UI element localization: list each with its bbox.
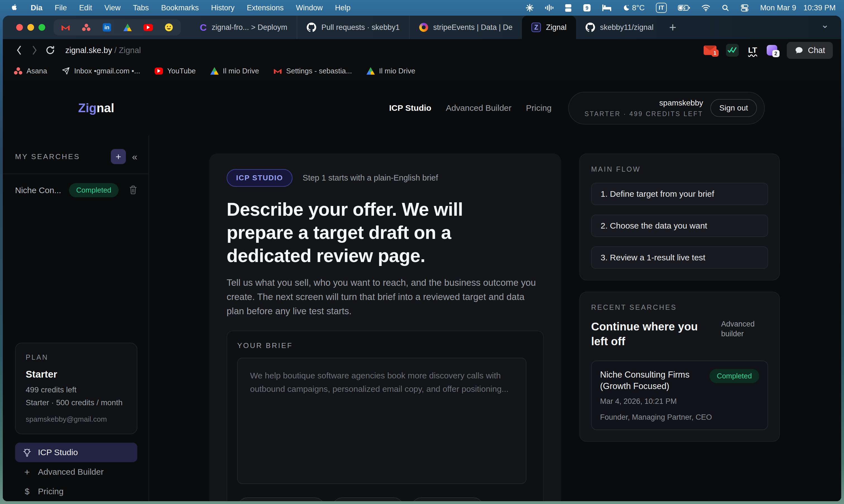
nav-icp-studio[interactable]: ICP Studio — [389, 103, 431, 113]
bookmark-asana[interactable]: Asana — [14, 67, 47, 75]
tab-overflow-chevron-icon[interactable] — [821, 22, 829, 33]
recent-item-name: Niche Consulting Firms (Growth Focused) — [600, 369, 704, 392]
bookmark-label: Il mio Drive — [379, 67, 415, 75]
your-brief-card: YOUR BRIEF Software agencies AI automati… — [227, 331, 544, 501]
youtube-icon — [155, 67, 163, 75]
back-button[interactable] — [11, 42, 27, 58]
delete-search-icon[interactable] — [129, 185, 137, 195]
sidebar: MY SEARCHES Niche Con... Completed PLAN … — [3, 136, 149, 501]
icp-studio-card: ICP STUDIO Step 1 starts with a plain-En… — [209, 154, 561, 501]
temperature-label: 8°C — [632, 4, 645, 12]
menu-edit[interactable]: Edit — [79, 4, 92, 12]
sidebar-nav: ICP Studio Advanced Builder Pricing — [15, 443, 137, 501]
menu-extensions[interactable]: Extensions — [247, 4, 284, 12]
menu-help[interactable]: Help — [335, 4, 351, 12]
menu-history[interactable]: History — [211, 4, 234, 12]
bed-app-icon[interactable] — [602, 4, 611, 12]
sidebar-item-advanced-builder[interactable]: Advanced Builder — [15, 462, 137, 482]
menubar-date[interactable]: Mon Mar 9 — [760, 4, 796, 12]
bookmark-drive-2[interactable]: Il mio Drive — [366, 67, 415, 75]
plan-credits-left: 499 credits left — [26, 385, 127, 394]
menubar-app-name[interactable]: Dia — [31, 4, 42, 12]
battery-icon[interactable] — [678, 4, 690, 11]
address-bar[interactable]: zignal.ske.by / Zignal — [65, 46, 141, 55]
pinned-tab-linkedin[interactable] — [102, 23, 112, 32]
new-search-button[interactable] — [111, 149, 126, 164]
new-tab-button[interactable] — [663, 18, 682, 37]
asana-icon — [14, 67, 22, 75]
brief-textarea[interactable] — [237, 358, 526, 484]
menu-bookmarks[interactable]: Bookmarks — [161, 4, 199, 12]
weather-status[interactable]: 8°C — [623, 4, 645, 12]
tab-label: zignal-fro... > Deploym — [212, 23, 287, 32]
menu-view[interactable]: View — [104, 4, 121, 12]
pinned-tab-youtube[interactable] — [143, 23, 153, 32]
nav-pricing[interactable]: Pricing — [526, 103, 552, 113]
bookmarks-bar: Asana Inbox •gmail.com •... YouTube Il m… — [3, 61, 841, 80]
recent-search-item[interactable]: Niche Consulting Firms (Growth Focused) … — [591, 361, 768, 430]
audio-waveform-icon[interactable] — [545, 4, 554, 12]
stage-manager-icon[interactable] — [564, 4, 572, 12]
sidebar-item-icp-studio[interactable]: ICP Studio — [15, 443, 137, 462]
zoom-window-button[interactable] — [38, 24, 45, 31]
chip-ai-automation[interactable]: AI automation — [332, 497, 404, 501]
pinned-tab-gmail[interactable] — [61, 23, 70, 32]
tab-pull-requests[interactable]: Pull requests · skebby1 — [297, 16, 409, 39]
browser-window: zignal-fro... > Deploym Pull requests · … — [3, 16, 841, 501]
menu-file[interactable]: File — [55, 4, 67, 12]
step-hint: Step 1 starts with a plain-English brief — [303, 173, 438, 182]
zignal-logo[interactable]: Zignal — [78, 101, 114, 115]
sidebar-item-label: ICP Studio — [38, 448, 78, 457]
extension-badge: 2 — [772, 50, 779, 57]
calendar-icon[interactable]: 9 — [583, 4, 591, 12]
apple-menu-icon[interactable] — [10, 2, 18, 14]
tab-stripe-events[interactable]: stripeEvents | Data | De — [409, 16, 522, 39]
bookmark-inbox[interactable]: Inbox •gmail.com •... — [62, 67, 140, 75]
bookmark-label: YouTube — [167, 67, 196, 75]
bookmark-youtube[interactable]: YouTube — [155, 67, 196, 75]
chip-software-agencies[interactable]: Software agencies — [237, 497, 325, 501]
tab-zignal-active[interactable]: Zignal — [522, 16, 576, 39]
sign-out-button[interactable]: Sign out — [710, 99, 757, 117]
github-icon — [307, 23, 316, 32]
sparkle-status-icon[interactable] — [525, 4, 534, 12]
bookmark-label: Asana — [26, 67, 47, 75]
forward-button[interactable] — [27, 42, 42, 58]
input-source-badge[interactable]: IT — [656, 3, 667, 13]
menu-window[interactable]: Window — [296, 4, 323, 12]
pinned-tab-drive[interactable] — [123, 23, 132, 32]
nav-advanced-builder[interactable]: Advanced Builder — [446, 103, 511, 113]
continue-title: Continue where you left off — [591, 319, 713, 349]
url-host: zignal.ske.by — [65, 46, 112, 55]
recent-item-roles: Founder, Managing Partner, CEO — [600, 413, 759, 422]
chip-consultancies[interactable]: Consultancies — [411, 497, 484, 501]
site-nav: ICP Studio Advanced Builder Pricing — [389, 103, 552, 113]
reload-button[interactable] — [42, 42, 58, 58]
bookmark-gmail-settings[interactable]: Settings - sebastia... — [273, 67, 352, 75]
grammar-check-extension-icon[interactable] — [726, 44, 739, 57]
chat-button[interactable]: Chat — [787, 42, 833, 59]
advanced-builder-link[interactable]: Advanced builder — [721, 319, 768, 349]
search-list-item[interactable]: Niche Con... Completed — [15, 183, 137, 197]
gmail-extension-icon[interactable]: 1 — [704, 46, 716, 55]
menubar-time[interactable]: 10:39 PM — [803, 4, 836, 12]
tab-zignal-frontend[interactable]: zignal-fro... > Deploym — [190, 16, 297, 39]
wifi-icon[interactable] — [701, 4, 710, 12]
close-window-button[interactable] — [16, 24, 23, 31]
tab-zignal-repo[interactable]: skebby11/zignal — [576, 16, 663, 39]
control-center-icon[interactable] — [740, 4, 749, 12]
languagetool-extension-icon[interactable] — [748, 46, 757, 55]
bookmark-drive-1[interactable]: Il mio Drive — [210, 67, 259, 75]
collapse-sidebar-icon[interactable] — [132, 151, 137, 162]
pinned-tab-asana[interactable] — [82, 23, 91, 32]
deploy-tab-icon — [200, 23, 207, 32]
pinned-tab-emoji[interactable] — [164, 23, 174, 32]
plan-name: Starter — [26, 368, 127, 380]
plan-card: PLAN Starter 499 credits left Starter · … — [15, 343, 137, 434]
sidebar-item-pricing[interactable]: Pricing — [15, 482, 137, 501]
purple-extension-icon[interactable]: 2 — [767, 45, 777, 56]
sidebar-item-label: Pricing — [38, 487, 64, 496]
minimize-window-button[interactable] — [28, 24, 34, 31]
menu-tabs[interactable]: Tabs — [133, 4, 149, 12]
spotlight-search-icon[interactable] — [721, 4, 729, 12]
